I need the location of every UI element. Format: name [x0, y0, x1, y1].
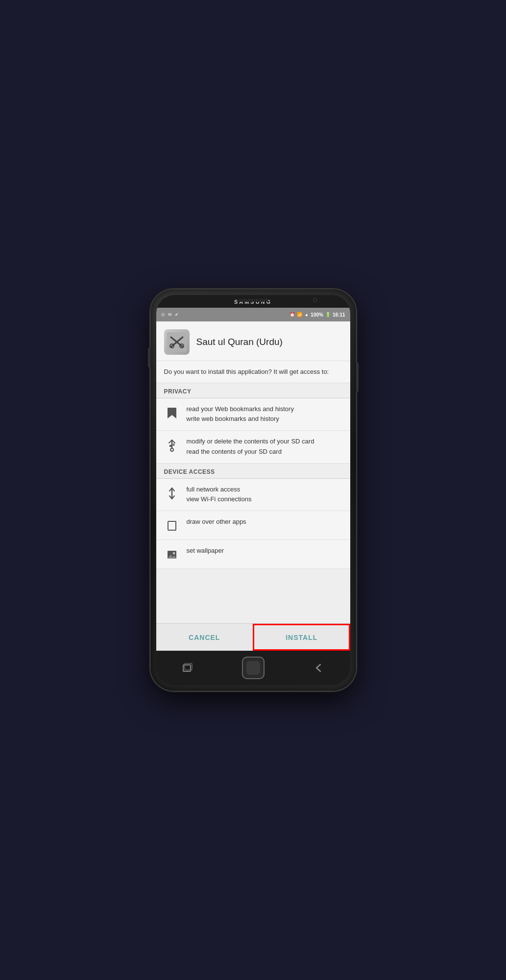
back-button[interactable] — [311, 660, 327, 676]
battery-percent: 100% — [311, 312, 323, 318]
permissions-list: PRIVACY read your Web bookmarks and hist… — [156, 383, 350, 624]
network-icon — [164, 486, 180, 501]
shield-icon: ⊙ — [161, 312, 165, 317]
app-screen: Saut ul Quran (Urdu) Do you want to inst… — [156, 321, 350, 651]
install-button[interactable]: INSTALL — [253, 624, 350, 651]
wifi-icon: 📶 — [297, 312, 302, 317]
svg-point-16 — [172, 552, 175, 555]
permission-wallpaper: set wallpaper — [156, 540, 350, 569]
recent-apps-button[interactable] — [179, 660, 196, 676]
permission-network: full network accessview Wi-Fi connection… — [156, 479, 350, 512]
app-icon-graphic — [167, 332, 187, 352]
permission-overlay-text: draw over other apps — [187, 517, 246, 527]
bookmark-icon — [164, 405, 180, 421]
usb-icon — [164, 438, 180, 453]
svg-marker-5 — [168, 408, 176, 418]
overlay-icon — [164, 518, 180, 534]
status-icons-right: ⏰ 📶 ▲ 100% 🔋 16:11 — [289, 312, 345, 318]
camera — [313, 298, 317, 302]
action-buttons: CANCEL INSTALL — [156, 623, 350, 651]
svg-rect-10 — [173, 444, 174, 445]
permission-bookmarks-text: read your Web bookmarks and historywrite… — [187, 404, 294, 425]
svg-point-11 — [170, 448, 173, 451]
phone-screen: SAMSUNG ⊙ ✉ ✔ ⏰ 📶 ▲ 100% 🔋 16:11 — [156, 295, 350, 685]
clock: 16:11 — [333, 312, 345, 318]
install-prompt: Do you want to install this application?… — [156, 361, 350, 383]
app-icon — [164, 329, 190, 355]
status-icons-left: ⊙ ✉ ✔ — [161, 312, 179, 317]
alarm-icon: ⏰ — [289, 312, 295, 317]
home-button-inner — [246, 661, 260, 675]
privacy-section-header: PRIVACY — [156, 383, 350, 398]
permission-bookmarks: read your Web bookmarks and historywrite… — [156, 398, 350, 431]
home-button[interactable] — [242, 657, 265, 679]
svg-rect-9 — [169, 445, 171, 447]
phone-device: SAMSUNG ⊙ ✉ ✔ ⏰ 📶 ▲ 100% 🔋 16:11 — [150, 289, 356, 691]
cancel-button[interactable]: CANCEL — [156, 624, 253, 651]
svg-rect-13 — [168, 521, 176, 530]
signal-icon: ▲ — [304, 312, 309, 317]
permission-overlay: draw over other apps — [156, 511, 350, 540]
permission-sdcard-text: modify or delete the contents of your SD… — [187, 437, 314, 457]
permission-network-text: full network accessview Wi-Fi connection… — [187, 485, 252, 505]
speaker-grill — [239, 299, 268, 302]
bottom-bezel — [156, 651, 350, 685]
app-name: Saut ul Quran (Urdu) — [196, 337, 283, 347]
wallpaper-icon — [164, 547, 180, 563]
permission-wallpaper-text: set wallpaper — [187, 546, 224, 556]
permission-sdcard: modify or delete the contents of your SD… — [156, 431, 350, 464]
email-icon: ✉ — [168, 312, 172, 317]
check-icon: ✔ — [175, 312, 179, 317]
status-bar: ⊙ ✉ ✔ ⏰ 📶 ▲ 100% 🔋 16:11 — [156, 308, 350, 321]
device-access-section-header: DEVICE ACCESS — [156, 464, 350, 479]
app-header: Saut ul Quran (Urdu) — [156, 321, 350, 361]
battery-icon: 🔋 — [325, 312, 331, 317]
